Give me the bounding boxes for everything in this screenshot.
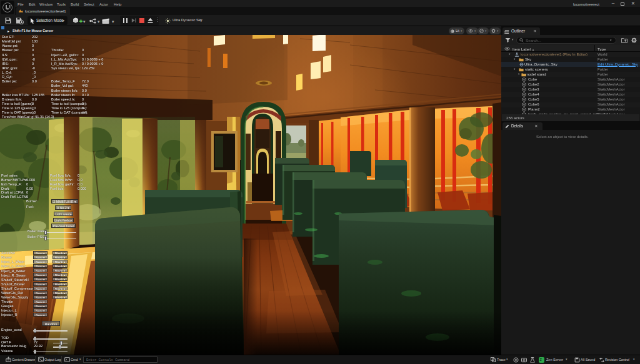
- svg-text:▾: ▾: [112, 19, 114, 24]
- svg-text:▾: ▾: [98, 19, 100, 24]
- svg-text:▾: ▾: [83, 19, 86, 23]
